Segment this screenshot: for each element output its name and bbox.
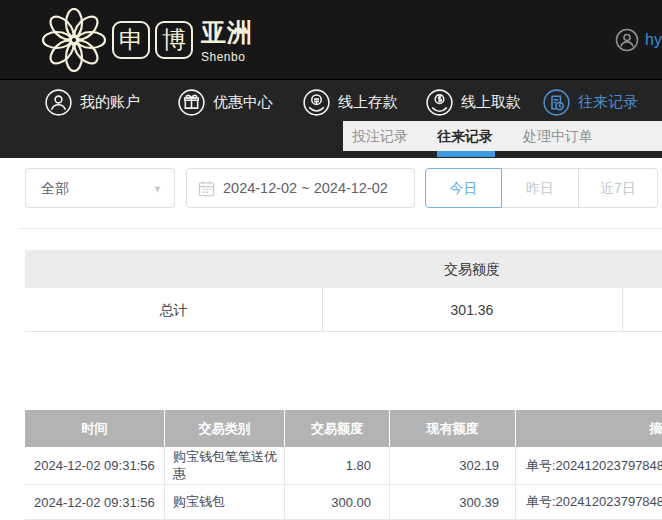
cell-amount: 1.80 [285,447,390,484]
last-7-days-button[interactable]: 近7日 [578,168,658,208]
section-divider [20,228,662,229]
dropdown-selected-value: 全部 [41,169,69,207]
col-header-type: 交易类别 [165,410,285,447]
logo-char-shen: 申 [112,21,150,59]
table-row: 2024-12-02 09:31:56 购宝钱包 300.00 300.39 单… [25,485,662,520]
col-header-note: 摘要 [516,410,662,447]
nav-item-online-deposit[interactable]: 线上存款 [303,87,398,117]
nav-label: 往来记录 [578,93,638,112]
quick-date-buttons: 今日 昨日 近7日 [425,168,658,208]
user-avatar-icon [615,28,639,52]
records-table: 时间 交易类别 交易额度 现有额度 摘要 2024-12-02 09:31:56… [25,410,662,520]
nav-item-promotions[interactable]: 优惠中心 [178,87,273,117]
cell-note: 单号:202412023797848 [516,447,662,484]
records-clipboard-icon [543,89,570,116]
table-row: 2024-12-02 09:31:56 购宝钱包笔笔送优惠 1.80 302.1… [25,447,662,485]
summary-table: 交易额度 总计 301.36 [25,250,662,332]
cell-amount: 300.00 [285,485,390,519]
site-logo[interactable]: 申 博 亚洲 Shenbo [42,8,253,72]
logo-region-text: 亚洲 [201,16,253,49]
cell-type: 购宝钱包笔笔送优惠 [165,447,285,484]
date-range-input[interactable]: 2024-12-02 ~ 2024-12-02 [186,168,415,208]
date-range-value: 2024-12-02 ~ 2024-12-02 [223,169,388,207]
flower-logo-icon [42,8,106,72]
type-filter-dropdown[interactable]: 全部 ▼ [25,168,175,208]
col-header-amount: 交易额度 [285,410,390,447]
gift-icon [178,89,205,116]
nav-item-transaction-records[interactable]: 往来记录 [543,87,638,117]
cell-time: 2024-12-02 09:31:56 [25,447,165,484]
tab-transaction-records[interactable]: 往来记录 [437,121,493,151]
user-area[interactable]: hy [615,28,662,52]
nav-item-online-withdrawal[interactable]: 线上取款 [426,87,521,117]
nav-label: 我的账户 [80,93,140,112]
main-navigation: 我的账户 优惠中心 线上存款 [0,80,662,158]
tab-betting-records[interactable]: 投注记录 [352,121,408,151]
deposit-coin-icon [303,89,330,116]
col-header-balance: 现有额度 [390,410,516,447]
calendar-icon [198,180,215,197]
nav-label: 线上存款 [338,93,398,112]
summary-total-label: 总计 [25,288,322,332]
cell-time: 2024-12-02 09:31:56 [25,485,165,519]
top-header: 申 博 亚洲 Shenbo hy [0,0,662,80]
summary-amount-header: 交易额度 [322,250,622,288]
records-table-header: 时间 交易类别 交易额度 现有额度 摘要 [25,410,662,447]
summary-total-row: 总计 301.36 [25,288,662,332]
username-text[interactable]: hy [645,31,662,49]
summary-total-amount: 301.36 [322,288,622,332]
col-header-time: 时间 [25,410,165,447]
cell-note: 单号:202412023797848 [516,485,662,519]
transaction-records-page: 申 博 亚洲 Shenbo hy 我的账户 [0,0,662,520]
summary-table-header: 交易额度 [25,250,662,288]
nav-item-my-account[interactable]: 我的账户 [45,87,140,117]
account-icon [45,89,72,116]
chevron-down-icon: ▼ [153,184,162,194]
tab-processing-orders[interactable]: 处理中订单 [523,121,593,151]
cell-balance: 302.19 [390,447,516,484]
cell-balance: 300.39 [390,485,516,519]
logo-char-bo: 博 [155,21,193,59]
active-tab-underline [437,151,495,157]
yesterday-button[interactable]: 昨日 [501,168,579,208]
today-button[interactable]: 今日 [425,168,502,208]
nav-label: 优惠中心 [213,93,273,112]
nav-label: 线上取款 [461,93,521,112]
sub-tab-bar: 投注记录 往来记录 处理中订单 [343,121,662,151]
cell-type: 购宝钱包 [165,485,285,519]
logo-subtitle: Shenbo [201,50,253,64]
withdraw-money-icon [426,89,453,116]
